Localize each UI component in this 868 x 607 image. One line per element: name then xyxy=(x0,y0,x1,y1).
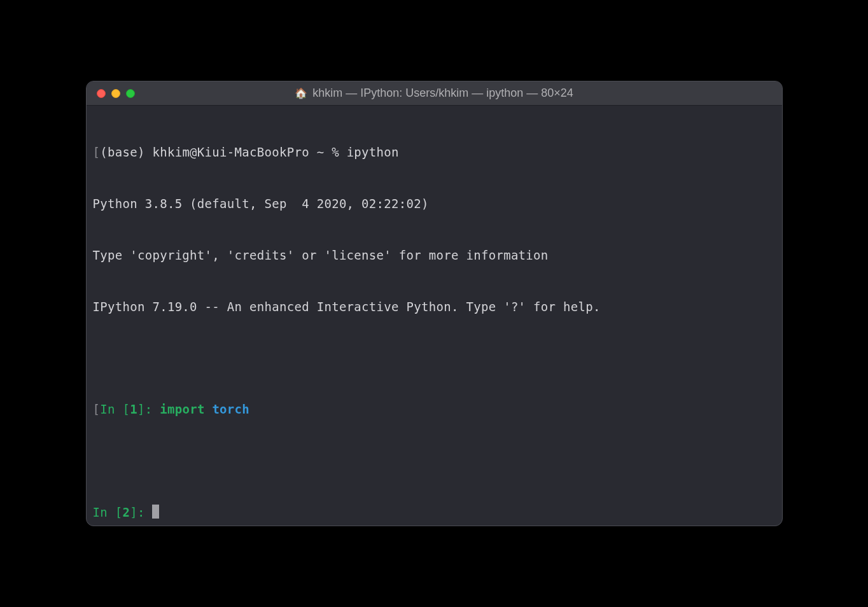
in-number: 2 xyxy=(122,505,130,519)
terminal-window: 🏠 khkim — IPython: Users/khkim — ipython… xyxy=(86,81,783,526)
title-container: 🏠 khkim — IPython: Users/khkim — ipython… xyxy=(97,87,772,100)
import-keyword: import xyxy=(160,402,204,416)
left-bracket: [ xyxy=(93,402,101,416)
in-suffix: ]: xyxy=(130,505,152,519)
maximize-button[interactable] xyxy=(126,89,135,98)
window-title: khkim — IPython: Users/khkim — ipython —… xyxy=(312,87,573,100)
left-bracket: [ xyxy=(93,145,101,159)
home-icon: 🏠 xyxy=(295,87,307,99)
shell-prompt-line: [(base) khkim@Kiui-MacBookPro ~ % ipytho… xyxy=(93,144,776,161)
input-line-1: [In [1]: import torch xyxy=(93,401,776,418)
cursor xyxy=(152,505,159,519)
module-name: torch xyxy=(212,402,249,416)
in-suffix: ]: xyxy=(137,402,160,416)
python-version-line: Python 3.8.5 (default, Sep 4 2020, 02:22… xyxy=(93,195,776,213)
input-line-2: In [2]: xyxy=(93,504,776,521)
close-button[interactable] xyxy=(97,89,106,98)
in-prefix: In [ xyxy=(93,505,123,519)
blank-line xyxy=(93,350,776,367)
blank-line xyxy=(93,452,776,470)
shell-prompt-text: (base) khkim@Kiui-MacBookPro ~ % ipython xyxy=(100,145,399,159)
traffic-lights xyxy=(97,89,135,98)
in-prefix: In [ xyxy=(100,402,130,416)
titlebar[interactable]: 🏠 khkim — IPython: Users/khkim — ipython… xyxy=(87,81,782,106)
minimize-button[interactable] xyxy=(111,89,120,98)
in-number: 1 xyxy=(130,402,137,416)
terminal-body[interactable]: [(base) khkim@Kiui-MacBookPro ~ % ipytho… xyxy=(87,106,782,526)
ipython-line: IPython 7.19.0 -- An enhanced Interactiv… xyxy=(93,298,776,316)
info-line: Type 'copyright', 'credits' or 'license'… xyxy=(93,247,776,264)
